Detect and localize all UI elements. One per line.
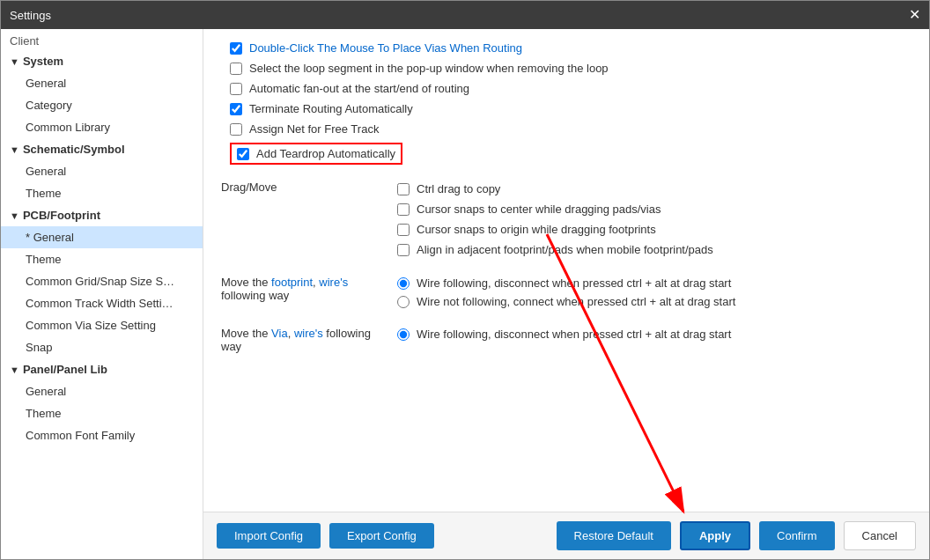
- checkbox-ctrl-drag[interactable]: [397, 183, 410, 195]
- teardrop-highlight-box: Add Teardrop Automatically: [230, 143, 402, 165]
- title-bar: Settings ✕: [1, 1, 929, 29]
- checkbox-loop-segment[interactable]: [230, 63, 242, 75]
- checkbox-label-teardrop[interactable]: Add Teardrop Automatically: [256, 147, 395, 160]
- checkbox-assign-net[interactable]: [230, 123, 242, 136]
- dialog-title: Settings: [10, 9, 51, 22]
- sidebar-item-general-sch[interactable]: General: [1, 160, 203, 182]
- radio-label-via1[interactable]: Wire following, disconnect when pressed …: [417, 328, 731, 341]
- sidebar-section-label: Panel/Panel Lib: [23, 363, 107, 376]
- drag-move-label: Drag/Move: [221, 179, 397, 194]
- close-button[interactable]: ✕: [909, 8, 920, 22]
- sidebar-item-general-pcb[interactable]: * General: [1, 226, 203, 248]
- bottom-right-buttons: Restore Default Apply Confirm Cancel: [557, 521, 916, 550]
- arrow-icon: ▼: [10, 56, 19, 67]
- bottom-left-buttons: Import Config Export Config: [217, 523, 434, 549]
- checkbox-label-cb1[interactable]: Double-Click The Mouse To Place Vias Whe…: [249, 41, 522, 55]
- via-move-section: Move the Via, wire's following way Wire …: [221, 321, 912, 357]
- checkbox-row-cb4: Terminate Routing Automatically: [230, 99, 912, 119]
- checkbox-label-ctrl-drag[interactable]: Ctrl drag to copy: [417, 182, 500, 195]
- radio-label-fp2[interactable]: Wire not following, connect when pressed…: [417, 295, 735, 308]
- client-label: Client: [1, 29, 203, 50]
- sidebar-item-common-via[interactable]: Common Via Size Setting: [1, 314, 203, 336]
- cancel-button[interactable]: Cancel: [844, 521, 916, 550]
- checkbox-align[interactable]: [397, 244, 410, 256]
- sidebar-section-schematic[interactable]: ▼ Schematic/Symbol: [1, 138, 203, 160]
- sidebar-item-common-grid[interactable]: Common Grid/Snap Size S…: [1, 270, 203, 292]
- checkbox-label-cursor-origin[interactable]: Cursor snaps to origin while dragging fo…: [417, 223, 656, 236]
- restore-default-button[interactable]: Restore Default: [557, 521, 671, 550]
- drag-move-controls: Ctrl drag to copy Cursor snaps to center…: [397, 179, 912, 260]
- sidebar-item-common-font[interactable]: Common Font Family: [1, 424, 203, 446]
- sidebar: Client ▼ System General Category Common …: [1, 29, 203, 559]
- radio-via-wire-following[interactable]: [397, 328, 410, 341]
- sidebar-section-system[interactable]: ▼ System: [1, 50, 203, 72]
- sidebar-item-general-panel[interactable]: General: [1, 380, 203, 402]
- sidebar-section-label: System: [23, 55, 63, 68]
- checkbox-terminate-routing[interactable]: [230, 103, 242, 115]
- via-move-controls: Wire following, disconnect when pressed …: [397, 325, 912, 343]
- sidebar-item-category[interactable]: Category: [1, 94, 203, 116]
- radio-fp-wire-following[interactable]: [397, 277, 410, 290]
- sidebar-item-common-library[interactable]: Common Library: [1, 116, 203, 138]
- sidebar-section-pcb[interactable]: ▼ PCB/Footprint: [1, 204, 203, 226]
- apply-button[interactable]: Apply: [680, 521, 750, 550]
- checkbox-label-cb4[interactable]: Terminate Routing Automatically: [249, 102, 413, 115]
- active-indicator: *: [26, 231, 33, 244]
- arrow-icon: ▼: [10, 210, 19, 221]
- checkbox-row-align: Align in adjacent footprint/pads when mo…: [397, 239, 912, 260]
- via-move-label: Move the Via, wire's following way: [221, 325, 397, 353]
- radio-fp-wire-not-following[interactable]: [397, 296, 410, 308]
- sidebar-item-snap[interactable]: Snap: [1, 336, 203, 358]
- sidebar-section-label: PCB/Footprint: [23, 209, 100, 222]
- checkbox-teardrop[interactable]: [237, 148, 249, 160]
- checkbox-label-cb5[interactable]: Assign Net for Free Track: [249, 122, 379, 136]
- checkbox-label-cb3[interactable]: Automatic fan-out at the start/end of ro…: [249, 82, 469, 95]
- sidebar-item-theme-panel[interactable]: Theme: [1, 402, 203, 424]
- sidebar-item-general-sys[interactable]: General: [1, 72, 203, 94]
- sidebar-item-theme-sch[interactable]: Theme: [1, 182, 203, 204]
- footprint-link[interactable]: footprint: [271, 276, 313, 289]
- checkbox-fanout[interactable]: [230, 83, 242, 95]
- arrow-icon: ▼: [10, 365, 19, 375]
- checkbox-double-click[interactable]: [230, 42, 242, 55]
- via-link[interactable]: Via: [271, 327, 288, 340]
- checkbox-row-ctrl-drag: Ctrl drag to copy: [397, 179, 912, 199]
- checkbox-row-cb2: Select the loop segment in the pop-up wi…: [230, 58, 912, 78]
- checkbox-row-cursor-origin: Cursor snaps to origin while dragging fo…: [397, 219, 912, 239]
- checkbox-row-cb1: Double-Click The Mouse To Place Vias Whe…: [230, 38, 912, 58]
- sidebar-item-theme-pcb[interactable]: Theme: [1, 248, 203, 270]
- checkbox-label-cb2[interactable]: Select the loop segment in the pop-up wi…: [249, 62, 609, 75]
- wire-link[interactable]: wire's: [319, 276, 348, 289]
- radio-label-fp1[interactable]: Wire following, disconnect when pressed …: [417, 276, 731, 290]
- checkbox-row-cb3: Automatic fan-out at the start/end of ro…: [230, 78, 912, 99]
- sidebar-item-common-track[interactable]: Common Track Width Setti…: [1, 292, 203, 314]
- content-area: Double-Click The Mouse To Place Vias Whe…: [203, 29, 929, 559]
- checkbox-row-cursor-center: Cursor snaps to center while dragging pa…: [397, 199, 912, 219]
- settings-dialog: Settings ✕ Client ▼ System General Categ…: [0, 0, 930, 560]
- sidebar-section-label: Schematic/Symbol: [23, 143, 125, 156]
- checkbox-row-cb5: Assign Net for Free Track: [230, 119, 912, 139]
- dialog-body: Client ▼ System General Category Common …: [1, 29, 929, 559]
- content-scroll: Double-Click The Mouse To Place Vias Whe…: [203, 29, 929, 512]
- export-config-button[interactable]: Export Config: [329, 523, 434, 549]
- radio-row-fp1: Wire following, disconnect when pressed …: [397, 274, 912, 292]
- checkbox-label-align[interactable]: Align in adjacent footprint/pads when mo…: [417, 243, 713, 256]
- checkbox-label-cursor-center[interactable]: Cursor snaps to center while dragging pa…: [417, 203, 661, 216]
- arrow-icon: ▼: [10, 144, 19, 155]
- checkbox-cursor-center[interactable]: [397, 203, 410, 216]
- checkbox-row-teardrop: Add Teardrop Automatically: [230, 139, 912, 168]
- checkbox-cursor-origin[interactable]: [397, 224, 410, 236]
- footprint-move-section: Move the footprint, wire's following way…: [221, 270, 912, 314]
- drag-move-section: Drag/Move Ctrl drag to copy Cursor snaps…: [221, 175, 912, 263]
- radio-row-via1: Wire following, disconnect when pressed …: [397, 325, 912, 343]
- import-config-button[interactable]: Import Config: [217, 523, 321, 549]
- sidebar-section-panel[interactable]: ▼ Panel/Panel Lib: [1, 358, 203, 380]
- footprint-move-label: Move the footprint, wire's following way: [221, 274, 397, 302]
- radio-row-fp2: Wire not following, connect when pressed…: [397, 292, 912, 311]
- footprint-move-controls: Wire following, disconnect when pressed …: [397, 274, 912, 311]
- bottom-bar: Import Config Export Config Restore Defa…: [203, 512, 929, 559]
- confirm-button[interactable]: Confirm: [759, 521, 835, 550]
- via-wire-link[interactable]: wire's: [294, 327, 323, 340]
